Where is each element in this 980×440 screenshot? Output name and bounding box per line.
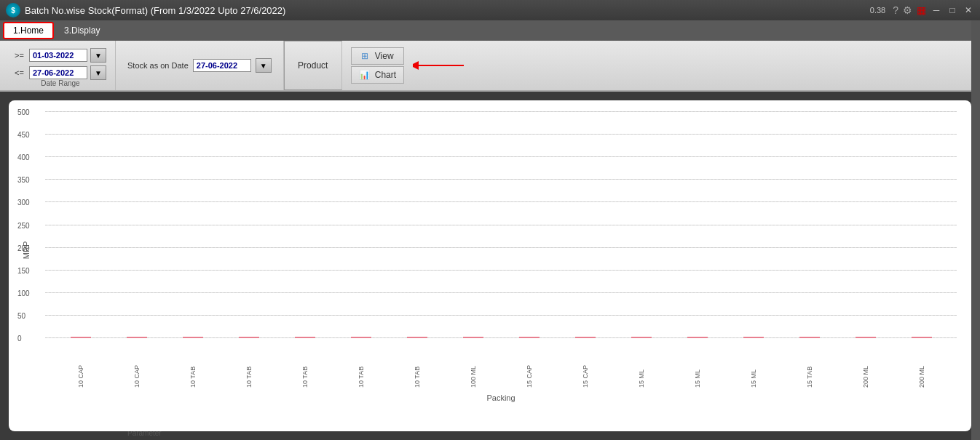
bar	[239, 337, 259, 338]
y-tick-label: 100	[17, 289, 30, 297]
date-from-input[interactable]	[29, 49, 87, 62]
x-label: 15 TAB	[781, 344, 837, 388]
bar	[71, 337, 91, 338]
x-label: 100 ML	[445, 344, 501, 388]
version-badge: 0.38	[870, 6, 885, 15]
calendar-icon-2: ▼	[95, 69, 102, 77]
grid-icon[interactable]: ▦	[917, 4, 926, 16]
bars-container	[45, 112, 957, 338]
bar	[912, 337, 932, 338]
bar-group	[893, 337, 949, 338]
help-icon[interactable]: ?	[893, 4, 898, 16]
chart-button[interactable]: 📊 Chart	[351, 66, 404, 84]
settings-icon[interactable]: ⚙	[903, 4, 912, 16]
date-to-input[interactable]	[29, 66, 87, 79]
y-tick-label: 0	[17, 335, 22, 343]
bar	[575, 337, 596, 338]
title-bar-left: $ Batch No.wise Stock(Format) (From 1/3/…	[6, 3, 285, 17]
y-tick-label: 400	[17, 153, 30, 161]
annotation-arrow	[413, 58, 471, 73]
menu-item-display[interactable]: 3.Display	[55, 23, 108, 38]
product-label: Product	[298, 60, 328, 71]
bar	[799, 337, 820, 338]
chart-icon: 📊	[359, 69, 371, 81]
x-label: 15 CAP	[501, 344, 557, 388]
bar	[407, 337, 427, 338]
x-label: 15 CAP	[557, 344, 613, 388]
date-from-row: >= ▼	[15, 48, 106, 63]
x-axis-title: Packing	[45, 393, 957, 402]
close-button[interactable]: ✕	[963, 4, 974, 16]
bar	[855, 337, 876, 338]
y-tick-label: 250	[17, 221, 30, 229]
chart-area: MRP 050100150200250300350400450500 10 CA…	[45, 112, 957, 388]
bar	[183, 337, 203, 338]
bar	[519, 337, 540, 338]
view-icon: ⊞	[359, 50, 371, 62]
logo-text: $	[11, 7, 15, 15]
bar-group	[725, 337, 781, 338]
y-tick-label: 450	[17, 131, 30, 139]
view-button[interactable]: ⊞ View	[351, 47, 404, 65]
title-bar-right: 0.38 ? ⚙ ▦ ─ □ ✕	[870, 4, 974, 16]
y-tick-label: 50	[17, 311, 25, 319]
date-range-label: Date Range	[41, 79, 79, 87]
bar-group	[389, 337, 445, 338]
x-label: 10 CAP	[108, 344, 165, 388]
x-label: 15 ML	[669, 344, 725, 388]
x-label: 10 TAB	[221, 344, 277, 388]
bar-group	[165, 337, 221, 338]
date-from-picker-button[interactable]: ▼	[90, 48, 106, 63]
y-tick-label: 300	[17, 199, 30, 207]
stock-date-picker-button[interactable]: ▼	[256, 58, 272, 73]
toolbar: >= ▼ <= ▼ Date Range Stock as on Date ▼ …	[0, 41, 980, 92]
window-title: Batch No.wise Stock(Format) (From 1/3/20…	[25, 5, 285, 16]
x-label: 15 ML	[725, 344, 781, 388]
bar-group	[445, 337, 501, 338]
view-label: View	[375, 51, 394, 61]
stock-as-on-date-input[interactable]	[193, 59, 251, 72]
stock-as-on-date-label: Stock as on Date	[127, 61, 189, 70]
x-label: 200 ML	[837, 344, 893, 388]
bar	[743, 337, 764, 338]
y-tick-label: 150	[17, 266, 30, 274]
bar	[631, 337, 652, 338]
bar-group	[837, 337, 893, 338]
y-tick-label: 500	[17, 108, 30, 116]
app-logo: $	[6, 3, 20, 17]
menu-bar: 1.Home 3.Display	[0, 20, 980, 41]
scrollbar-right[interactable]	[971, 20, 980, 440]
menu-item-home[interactable]: 1.Home	[3, 22, 54, 39]
maximize-button[interactable]: □	[947, 4, 958, 16]
bar	[295, 337, 315, 338]
bar-group	[669, 337, 725, 338]
date-to-picker-button[interactable]: ▼	[90, 65, 106, 80]
bar-group	[277, 337, 333, 338]
title-bar: $ Batch No.wise Stock(Format) (From 1/3/…	[0, 0, 980, 20]
bar	[463, 337, 483, 338]
x-label: 200 ML	[893, 344, 949, 388]
bar-group	[333, 337, 389, 338]
x-labels-container: 10 CAP10 CAP10 TAB10 TAB10 TAB10 TAB10 T…	[45, 341, 957, 388]
y-tick-label: 350	[17, 176, 30, 184]
product-button[interactable]: Product	[284, 41, 342, 90]
stock-date-group: Stock as on Date ▼ Parameter	[116, 41, 284, 90]
date-from-gte-label: >=	[15, 51, 26, 60]
minimize-button[interactable]: ─	[930, 4, 942, 16]
x-label: 10 TAB	[333, 344, 389, 388]
bar-group	[221, 337, 277, 338]
bar-group	[108, 337, 165, 338]
chart-panel: MRP 050100150200250300350400450500 10 CA…	[9, 100, 971, 431]
annotation-svg	[413, 58, 471, 73]
bar	[687, 337, 708, 338]
date-to-lte-label: <=	[15, 68, 26, 77]
bar-group	[557, 337, 613, 338]
y-tick-label: 200	[17, 244, 30, 252]
chart-label: Chart	[375, 70, 396, 80]
bar	[351, 337, 371, 338]
chart-inner: 050100150200250300350400450500 10 CAP10 …	[45, 112, 957, 388]
bar-group	[613, 337, 669, 338]
x-label: 10 TAB	[165, 344, 221, 388]
chart-container: MRP 050100150200250300350400450500 10 CA…	[0, 92, 980, 440]
x-label: 10 TAB	[277, 344, 333, 388]
